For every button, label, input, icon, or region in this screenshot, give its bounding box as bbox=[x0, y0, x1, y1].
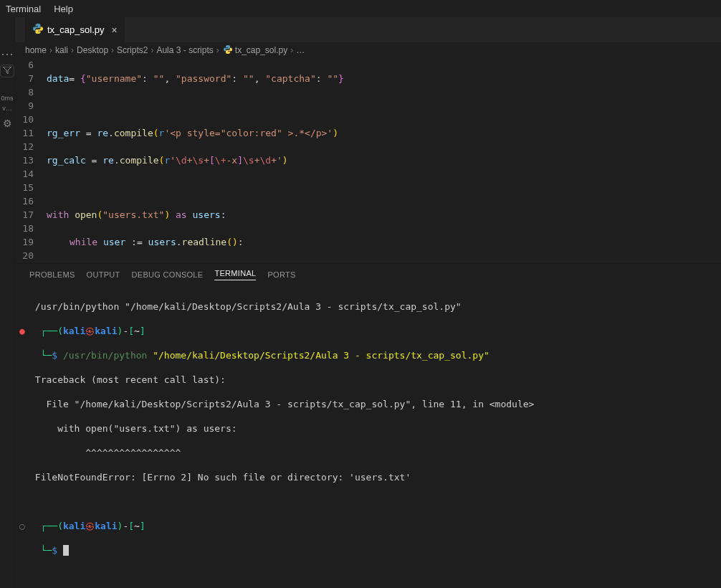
menubar: Terminal Help bbox=[0, 0, 721, 17]
line-numbers: 6789101112131415161718192021222324252627… bbox=[15, 58, 47, 263]
perf-ms: 0ms bbox=[1, 95, 13, 102]
hollow-dot-icon: ○ bbox=[19, 520, 25, 532]
terminal-cursor bbox=[63, 545, 69, 556]
settings-icon[interactable]: ⚙ bbox=[3, 118, 12, 129]
crumb[interactable]: kali bbox=[55, 45, 68, 55]
perf-v: v… bbox=[2, 105, 12, 112]
crumb[interactable]: Aula 3 - scripts bbox=[156, 45, 213, 55]
more-icon[interactable]: ⋯ bbox=[1, 50, 14, 57]
menu-help[interactable]: Help bbox=[54, 4, 73, 14]
crumb[interactable]: home bbox=[25, 45, 47, 55]
panel-tab-output[interactable]: OUTPUT bbox=[87, 270, 120, 279]
crumb[interactable]: Desktop bbox=[77, 45, 108, 55]
code-content[interactable]: data= {"username": "", "password": "", "… bbox=[47, 58, 721, 263]
editor[interactable]: 6789101112131415161718192021222324252627… bbox=[15, 58, 721, 263]
breadcrumbs[interactable]: home› kali› Desktop› Scripts2› Aula 3 - … bbox=[15, 42, 721, 58]
activity-bar: ⋯ 0ms v… ⚙ bbox=[0, 17, 14, 588]
panel-tabs: PROBLEMS OUTPUT DEBUG CONSOLE TERMINAL P… bbox=[15, 264, 721, 285]
bottom-panel: PROBLEMS OUTPUT DEBUG CONSOLE TERMINAL P… bbox=[15, 263, 721, 588]
menu-terminal[interactable]: Terminal bbox=[6, 4, 41, 14]
error-dot-icon: ● bbox=[19, 325, 25, 337]
tab-title: tx_cap_sol.py bbox=[47, 24, 105, 35]
crumb[interactable]: Scripts2 bbox=[117, 45, 148, 55]
python-icon bbox=[33, 24, 43, 36]
panel-tab-debug[interactable]: DEBUG CONSOLE bbox=[132, 270, 204, 279]
close-icon[interactable]: × bbox=[112, 24, 118, 36]
terminal[interactable]: /usr/bin/python "/home/kali/Desktop/Scri… bbox=[15, 285, 721, 588]
panel-tab-terminal[interactable]: TERMINAL bbox=[214, 269, 256, 280]
crumb[interactable]: … bbox=[296, 45, 305, 55]
panel-tab-ports[interactable]: PORTS bbox=[267, 270, 295, 279]
tab-file[interactable]: tx_cap_sol.py × bbox=[25, 17, 125, 42]
panel-tab-problems[interactable]: PROBLEMS bbox=[29, 270, 75, 279]
filter-icon[interactable] bbox=[0, 65, 14, 77]
python-icon bbox=[224, 45, 232, 56]
crumb[interactable]: tx_cap_sol.py bbox=[235, 45, 287, 55]
editor-tabs: tx_cap_sol.py × bbox=[15, 17, 721, 42]
